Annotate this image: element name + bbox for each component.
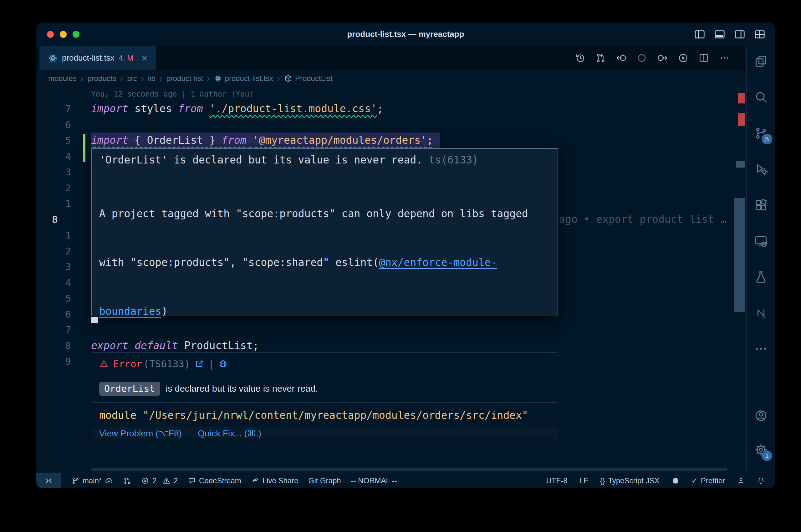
language-label: TypeScript JSX [608, 476, 659, 485]
accounts-icon[interactable] [751, 406, 771, 426]
editor[interactable]: 7 6 5 4 3 2 1 8 1 2 3 4 5 6 7 8 9 You, 1… [36, 87, 746, 473]
warning-count: 2 [174, 476, 178, 485]
settings-gear-icon[interactable]: 1 [751, 440, 771, 460]
feedback-item[interactable] [737, 477, 745, 485]
prettier-item[interactable]: ✓ Prettier [691, 476, 725, 485]
view-problem-button[interactable]: View Problem (⌥F8) [99, 428, 182, 439]
layout-panel-bottom-icon[interactable] [714, 28, 726, 40]
breadcrumb-item-file[interactable]: product-list.tsx [214, 74, 273, 83]
problems-item[interactable]: 2 2 [141, 476, 178, 485]
activity-bar: 5 1 [746, 46, 775, 473]
codestream-bubble-icon [188, 477, 196, 485]
breadcrumb-item-modules[interactable]: modules [48, 74, 77, 83]
source-control-icon[interactable]: 5 [751, 123, 771, 143]
hover-diagnostics-popup: 'OrderList' is declared but its value is… [91, 148, 558, 316]
remote-explorer-icon[interactable] [751, 231, 771, 251]
breadcrumb-item-src[interactable]: src [127, 74, 137, 83]
open-docs-external-link-icon[interactable] [195, 359, 204, 368]
language-mode-item[interactable]: {} TypeScript JSX [600, 476, 659, 485]
layout-sidebar-right-icon[interactable] [734, 28, 746, 40]
braces-icon: {} [600, 476, 605, 485]
scrollbar-thumb[interactable] [734, 198, 745, 312]
run-icon[interactable] [678, 53, 689, 63]
close-tab-icon[interactable]: × [142, 53, 147, 63]
run-debug-icon[interactable] [751, 159, 771, 179]
split-editor-icon[interactable] [698, 53, 709, 63]
inline-blame-annotation: ago • export product list … [559, 212, 727, 227]
git-branch-item[interactable]: main* [71, 476, 113, 485]
quick-fix-button[interactable]: Quick Fix... (⌘.) [198, 428, 261, 439]
breadcrumb: modules › products › src › lib › product… [36, 70, 746, 87]
feedback-person-icon [737, 477, 745, 485]
code-token: } [203, 134, 222, 146]
layout-sidebar-left-icon[interactable] [694, 28, 706, 40]
publish-cloud-icon[interactable] [105, 477, 113, 485]
warnings-icon [162, 477, 170, 485]
more-actions-icon[interactable] [719, 53, 730, 63]
extensions-icon[interactable] [751, 195, 771, 215]
breadcrumb-separator: › [120, 74, 123, 83]
react-file-icon [214, 74, 222, 82]
breadcrumb-item-product-list[interactable]: product-list [166, 74, 203, 83]
traffic-lights [36, 31, 79, 38]
popup-resize-handle[interactable] [91, 317, 98, 323]
vim-mode-item[interactable]: -- NORMAL -- [351, 476, 397, 485]
editor-toolbar [575, 46, 746, 70]
codestream-item[interactable]: CodeStream [188, 476, 241, 485]
error-detail-row: OrderList is declared but its value is n… [92, 375, 558, 402]
line-number: 5 [36, 290, 71, 306]
tab-label: product-list.tsx [62, 53, 114, 63]
nx-rule-link[interactable]: boundaries [99, 305, 161, 317]
layout-grid-icon[interactable] [754, 28, 766, 40]
testing-icon[interactable] [751, 267, 771, 287]
github-item[interactable] [672, 477, 679, 485]
code-token: ; [427, 134, 433, 146]
code-token: '@myreactapp/modules/orders' [253, 134, 427, 146]
code-token: './product-list.module.css' [209, 102, 377, 115]
encoding-item[interactable]: UTF-8 [546, 476, 567, 485]
close-window-button[interactable] [47, 31, 54, 38]
minimize-window-button[interactable] [60, 31, 67, 38]
line-number: 8 [36, 338, 71, 354]
desktop: product-list.tsx — myreactapp product-li… [0, 0, 801, 532]
line-number: 6 [36, 306, 71, 322]
git-graph-item[interactable]: Git Graph [309, 476, 341, 485]
tab-product-list[interactable]: product-list.tsx 4, M × [39, 46, 156, 70]
compare-changes-icon[interactable] [595, 53, 606, 63]
gitlens-compare-item[interactable] [123, 477, 131, 485]
line-number: 1 [36, 227, 71, 243]
zoom-window-button[interactable] [73, 31, 79, 38]
explorer-icon[interactable] [751, 51, 771, 71]
nx-rule-link[interactable]: @nx/enforce-module- [379, 256, 497, 268]
circle-icon[interactable] [636, 53, 648, 63]
horizontal-scrollbar[interactable] [91, 468, 727, 471]
vscode-window: product-list.tsx — myreactapp product-li… [36, 22, 775, 488]
eslint-line: with "scope:products", "scope:shared" es… [99, 254, 550, 271]
breadcrumb-separator: › [141, 74, 144, 83]
navigate-forward-icon[interactable] [657, 53, 668, 63]
search-icon[interactable] [751, 87, 771, 107]
eslint-line: A project tagged with "scope:products" c… [99, 206, 550, 222]
breadcrumb-item-symbol[interactable]: ProductList [284, 74, 333, 83]
timeline-history-icon[interactable] [575, 53, 585, 63]
live-share-item[interactable]: Live Share [251, 476, 298, 485]
separator: | [208, 358, 214, 369]
gitlens-codelens[interactable]: You, 12 seconds ago | 1 author (You) [91, 87, 254, 101]
code-line-import-styles: import styles from './product-list.modul… [91, 101, 383, 117]
line-number: 7 [36, 101, 71, 117]
more-views-icon[interactable] [751, 339, 771, 359]
search-web-globe-icon[interactable] [218, 359, 228, 368]
notifications-item[interactable] [757, 477, 765, 485]
breadcrumb-item-lib[interactable]: lib [148, 74, 156, 83]
remote-indicator-button[interactable] [36, 473, 61, 488]
line-number: 3 [36, 259, 71, 274]
current-line-number: 8 [52, 212, 58, 227]
navigate-back-icon[interactable] [616, 53, 627, 63]
window-title: product-list.tsx — myreactapp [36, 30, 775, 39]
overview-ruler-error-mark [738, 93, 745, 103]
code-token: from [178, 102, 203, 115]
nx-console-icon[interactable] [751, 303, 771, 323]
eslint-message: A project tagged with "scope:products" c… [92, 171, 558, 352]
eol-item[interactable]: LF [579, 476, 588, 485]
breadcrumb-item-products[interactable]: products [87, 74, 116, 83]
